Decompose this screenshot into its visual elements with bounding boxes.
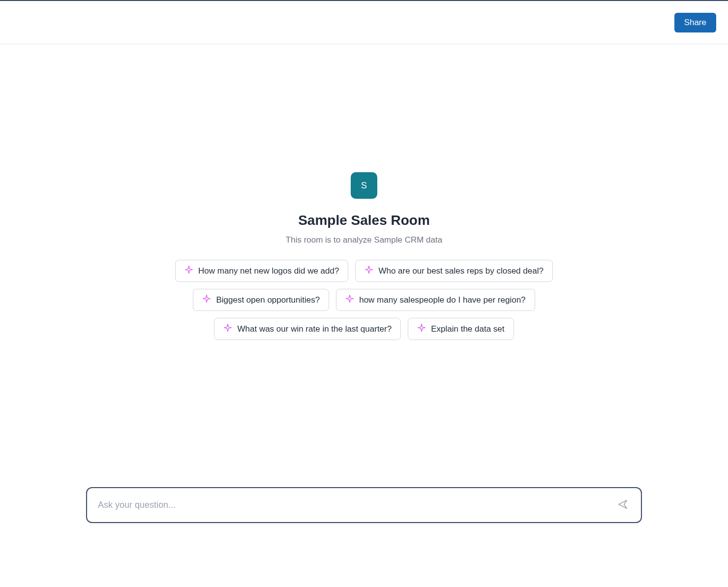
suggestions-container: How many net new logos did we add? Who a… [167, 260, 561, 340]
suggestion-chip[interactable]: how many salespeople do I have per regio… [336, 289, 535, 311]
suggestion-label: Who are our best sales reps by closed de… [378, 266, 543, 276]
suggestion-chip[interactable]: Biggest open opportunities? [193, 289, 329, 311]
suggestion-label: How many net new logos did we add? [198, 266, 339, 276]
send-icon [617, 499, 628, 511]
room-title: Sample Sales Room [298, 213, 430, 228]
room-subtitle: This room is to analyze Sample CRM data [286, 235, 442, 245]
suggestion-label: how many salespeople do I have per regio… [359, 295, 525, 305]
suggestion-chip[interactable]: How many net new logos did we add? [175, 260, 348, 282]
avatar: S [351, 172, 377, 199]
sparkle-icon [417, 323, 426, 335]
send-button[interactable] [615, 497, 630, 513]
sparkle-icon [345, 294, 354, 306]
sparkle-icon [202, 294, 211, 306]
sparkle-icon [364, 265, 373, 277]
input-container [86, 487, 642, 523]
question-input[interactable] [98, 500, 615, 510]
sparkle-icon [184, 265, 193, 277]
sparkle-icon [223, 323, 232, 335]
suggestion-label: Biggest open opportunities? [216, 295, 320, 305]
suggestion-chip[interactable]: Explain the data set [408, 318, 514, 340]
suggestion-label: Explain the data set [431, 324, 504, 334]
header: Share [0, 1, 728, 44]
suggestion-label: What was our win rate in the last quarte… [237, 324, 392, 334]
main-content: S Sample Sales Room This room is to anal… [0, 44, 728, 340]
suggestion-chip[interactable]: What was our win rate in the last quarte… [214, 318, 401, 340]
input-box [86, 487, 642, 523]
share-button[interactable]: Share [674, 13, 716, 32]
suggestion-chip[interactable]: Who are our best sales reps by closed de… [355, 260, 552, 282]
